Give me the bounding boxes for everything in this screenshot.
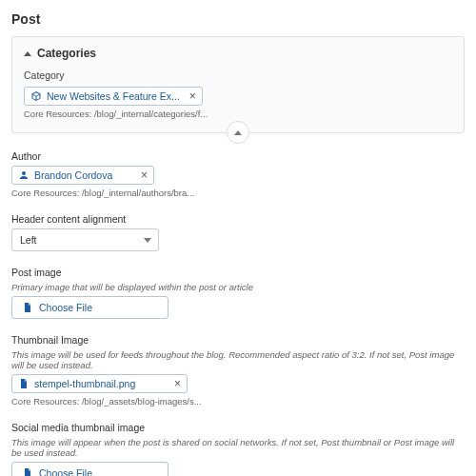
file-icon — [18, 378, 30, 389]
thumbnail-image-group: Thumbnail Image This image will be used … — [11, 334, 465, 407]
close-icon[interactable]: × — [174, 378, 181, 389]
chevron-up-icon — [234, 130, 242, 135]
categories-panel: Categories Category New Websites & Featu… — [11, 36, 465, 133]
category-field-label: Category — [24, 69, 452, 81]
page-title: Post — [11, 11, 465, 27]
file-icon — [22, 302, 33, 313]
post-image-hint: Primary image that will be displayed wit… — [11, 282, 465, 292]
choose-file-label: Choose File — [39, 467, 92, 476]
category-chip[interactable]: New Websites & Feature Ex... × — [24, 87, 203, 106]
author-label: Author — [11, 150, 465, 162]
thumbnail-image-hint: This image will be used for feeds throug… — [11, 349, 465, 370]
author-group: Author Brandon Cordova × Core Resources:… — [11, 150, 465, 198]
panel-collapse-button[interactable] — [227, 121, 249, 144]
close-icon[interactable]: × — [189, 90, 196, 102]
author-chip-label: Brandon Cordova — [34, 169, 131, 181]
category-path: Core Resources: /blog/_internal/categori… — [24, 109, 452, 119]
category-chip-label: New Websites & Feature Ex... — [47, 90, 180, 102]
thumbnail-file-name: stempel-thumbnail.png — [34, 378, 165, 389]
header-align-label: Header content alignment — [11, 213, 465, 225]
header-align-group: Header content alignment Left — [11, 213, 465, 251]
thumbnail-file-chip[interactable]: stempel-thumbnail.png × — [11, 374, 188, 393]
file-icon — [22, 467, 33, 476]
close-icon[interactable]: × — [141, 169, 148, 181]
post-image-label: Post image — [11, 267, 465, 278]
social-image-hint: This image will appear when the post is … — [11, 437, 465, 458]
thumbnail-path: Core Resources: /blog/_assets/blog-image… — [11, 396, 465, 407]
categories-heading: Categories — [37, 47, 96, 60]
thumbnail-image-label: Thumbnail Image — [11, 334, 465, 346]
header-align-select[interactable]: Left — [11, 228, 159, 251]
chevron-up-icon — [24, 51, 31, 56]
cube-icon — [30, 90, 42, 102]
post-image-group: Post image Primary image that will be di… — [11, 267, 465, 319]
social-image-group: Social media thumbnail image This image … — [11, 422, 465, 476]
author-chip[interactable]: Brandon Cordova × — [11, 166, 154, 185]
categories-panel-header[interactable]: Categories — [24, 47, 452, 60]
post-image-choose-button[interactable]: Choose File — [11, 296, 169, 319]
author-path: Core Resources: /blog/_internal/authors/… — [11, 188, 465, 198]
social-image-label: Social media thumbnail image — [11, 422, 465, 433]
choose-file-label: Choose File — [39, 302, 92, 313]
person-icon — [18, 169, 30, 181]
social-image-choose-button[interactable]: Choose File — [11, 462, 169, 476]
